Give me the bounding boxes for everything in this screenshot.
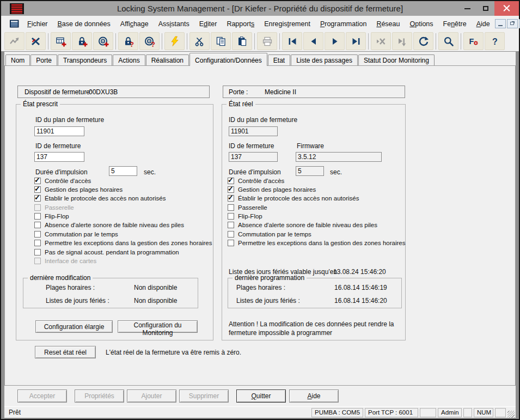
target-checkbox-gestion-des-plages-horaires[interactable] bbox=[34, 186, 41, 193]
last-record-button[interactable] bbox=[346, 32, 366, 50]
menu-base-de-donnees[interactable]: Base de données bbox=[53, 18, 115, 30]
search-button[interactable] bbox=[438, 32, 458, 50]
tab-configuration-donnees[interactable]: Configuration/Données bbox=[189, 53, 267, 66]
target-checkbox-pas-de-signal-acoust-pendant-la-programmation[interactable] bbox=[34, 249, 41, 255]
menu-rapports[interactable]: Rapports bbox=[222, 18, 259, 30]
mdi-restore-button[interactable] bbox=[507, 19, 518, 28]
quitter-button[interactable]: Quitter bbox=[236, 389, 286, 403]
read-lock-icon: ? bbox=[123, 36, 134, 47]
monitoring-configuration-button[interactable]: Configuration du Monitoring bbox=[118, 320, 198, 333]
help-icon: ? bbox=[490, 36, 500, 47]
document-icon[interactable] bbox=[10, 20, 19, 28]
read-transponder-button[interactable]: ? bbox=[139, 32, 160, 50]
jump-button bbox=[4, 32, 25, 50]
minimize-button[interactable] bbox=[458, 1, 476, 16]
actual-plan-id-input[interactable] bbox=[229, 126, 278, 136]
menu-fichier[interactable]: Fichier bbox=[22, 18, 53, 30]
reset-actual-state-button[interactable]: Reset état réel bbox=[35, 346, 96, 358]
filter-settings-button[interactable]: F bbox=[463, 32, 484, 50]
target-lock-id-input[interactable] bbox=[34, 152, 84, 162]
mdi-client-area: NomPorteTranspondeursActionsRéalisationC… bbox=[1, 52, 519, 419]
app-window: Locking System Management - [Dr Kiefer -… bbox=[0, 0, 520, 420]
previous-record-button[interactable] bbox=[303, 32, 323, 50]
target-checkbox-controle-d-acces[interactable] bbox=[34, 178, 41, 184]
last-modification-legend: dernière modification bbox=[28, 274, 93, 282]
target-checkbox-absence-d-alerte-sonore-de-faible-niveau-des-piles[interactable] bbox=[34, 222, 41, 228]
actual-row-passerelle: Passerelle bbox=[228, 204, 405, 211]
mdi-minimize-button[interactable] bbox=[495, 19, 506, 28]
aide-button[interactable]: Aide bbox=[289, 389, 339, 403]
tab-statut-door-monitoring[interactable]: Statut Door Monitoring bbox=[358, 54, 435, 66]
program-flash-icon bbox=[169, 36, 180, 47]
copy-button[interactable] bbox=[211, 32, 231, 50]
refresh-button[interactable] bbox=[413, 32, 433, 50]
help-button[interactable]: ? bbox=[485, 32, 505, 50]
cut-button[interactable] bbox=[189, 32, 210, 50]
tab-liste-des-passages[interactable]: Liste des passages bbox=[291, 54, 358, 66]
new-locking-plan-button[interactable] bbox=[51, 32, 71, 50]
tab-porte[interactable]: Porte bbox=[30, 54, 57, 66]
extended-configuration-button[interactable]: Configuration élargie bbox=[35, 320, 113, 333]
first-record-button[interactable] bbox=[282, 32, 302, 50]
menu-assistants[interactable]: Assistants bbox=[154, 18, 194, 30]
firmware-input[interactable] bbox=[296, 152, 382, 162]
target-row-passerelle: Passerelle bbox=[34, 204, 212, 211]
target-checkbox-list: Contrôle d'accèsGestion des plages horai… bbox=[34, 177, 212, 266]
print-button bbox=[257, 32, 277, 50]
window-title: Locking System Management - [Dr Kiefer -… bbox=[1, 4, 519, 13]
target-row-interface-de-cartes: Interface de cartes bbox=[34, 258, 212, 265]
resize-grip[interactable] bbox=[507, 411, 515, 418]
target-label-permettre-les-exceptions-dans-la-gestion-des-zones-horaires: Permettre les exceptions dans la gestion… bbox=[45, 240, 212, 246]
menu-options[interactable]: Options bbox=[405, 18, 438, 30]
target-plan-id-input[interactable] bbox=[34, 126, 84, 136]
program-flash-button[interactable] bbox=[164, 32, 185, 50]
footer-button-row: AccepterPropriétésAjouterSupprimerQuitte… bbox=[4, 386, 516, 406]
title-bar: Locking System Management - [Dr Kiefer -… bbox=[1, 1, 519, 16]
actual-lock-id-input[interactable] bbox=[229, 152, 278, 162]
actual-checkbox-permettre-les-exceptions-dans-la-gestion-des-zones-horaires[interactable] bbox=[228, 240, 234, 246]
read-transponder-icon: ? bbox=[144, 36, 155, 47]
maximize-icon bbox=[483, 6, 488, 11]
actual-checkbox-gestion-des-plages-horaires[interactable] bbox=[228, 186, 234, 193]
actual-checkbox-commutation-par-le-temps[interactable] bbox=[228, 231, 234, 238]
actual-checkbox-passerelle[interactable] bbox=[228, 204, 234, 211]
read-lock-button[interactable]: ? bbox=[118, 32, 138, 50]
svg-text:F: F bbox=[469, 37, 474, 46]
target-row-gestion-des-plages-horaires: Gestion des plages horaires bbox=[34, 186, 212, 193]
maximize-button[interactable] bbox=[476, 1, 494, 16]
menu-enregistrement[interactable]: Enregistrement bbox=[259, 18, 315, 30]
mod-time-zones-value: Non disponible bbox=[134, 284, 177, 291]
target-pulse-input[interactable] bbox=[109, 166, 137, 176]
target-checkbox-etablir-le-protocole-des-acces-non-autorises[interactable] bbox=[34, 195, 41, 202]
menu-affichage[interactable]: Affichage bbox=[115, 18, 154, 30]
menu-reseau[interactable]: Réseau bbox=[371, 18, 405, 30]
tab-realisation[interactable]: Réalisation bbox=[146, 54, 189, 66]
target-checkbox-commutation-par-le-temps[interactable] bbox=[34, 231, 41, 238]
menu-fenetre[interactable]: Fenêtre bbox=[438, 18, 472, 30]
target-checkbox-permettre-les-exceptions-dans-la-gestion-des-zones-horaires[interactable] bbox=[34, 240, 41, 246]
paste-button[interactable] bbox=[232, 32, 252, 50]
new-lock-button[interactable] bbox=[72, 32, 92, 50]
actual-pulse-input[interactable] bbox=[296, 166, 324, 176]
actual-checkbox-etablir-le-protocole-des-acces-non-autorises[interactable] bbox=[228, 195, 234, 202]
menu-editer[interactable]: Editer bbox=[194, 18, 222, 30]
mod-time-zones-label: Plages horaires : bbox=[46, 284, 95, 291]
actual-checkbox-absence-d-alerte-sonore-de-faible-niveau-des-piles[interactable] bbox=[228, 222, 234, 228]
actual-checkbox-controle-d-acces[interactable] bbox=[228, 178, 234, 184]
tab-transpondeurs[interactable]: Transpondeurs bbox=[58, 54, 112, 66]
tab-actions[interactable]: Actions bbox=[113, 54, 145, 66]
door-value: Medicine II bbox=[265, 88, 296, 96]
new-transponder-button[interactable] bbox=[93, 32, 113, 50]
close-button[interactable] bbox=[494, 1, 519, 16]
tab-etat[interactable]: Etat bbox=[268, 54, 290, 66]
target-checkbox-flip-flop[interactable] bbox=[34, 213, 41, 220]
actual-checkbox-flip-flop[interactable] bbox=[228, 213, 234, 220]
target-label-pas-de-signal-acoust-pendant-la-programmation: Pas de signal acoust. pendant la program… bbox=[45, 249, 179, 255]
menu-aide[interactable]: Aide bbox=[472, 18, 495, 30]
device-value: 00DXU3B bbox=[89, 88, 118, 96]
tab-nom[interactable]: Nom bbox=[5, 54, 30, 66]
toolbar-separator bbox=[48, 33, 48, 50]
next-record-button[interactable] bbox=[325, 32, 345, 50]
swap-button[interactable] bbox=[26, 32, 46, 50]
menu-programmation[interactable]: Programmation bbox=[315, 18, 371, 30]
